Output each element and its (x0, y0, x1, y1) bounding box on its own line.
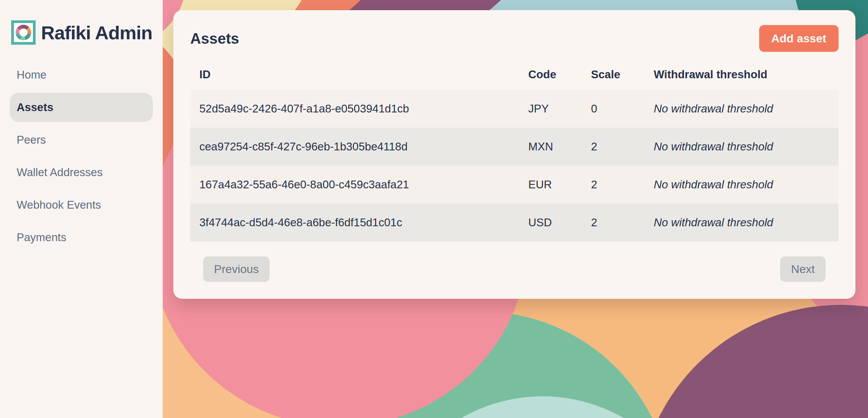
sidebar-nav-item-label: Assets (17, 101, 53, 114)
table-row[interactable]: 52d5a49c-2426-407f-a1a8-e0503941d1cb JPY… (190, 90, 839, 128)
sidebar-nav: Home Assets Peers Wallet Addresses Webho… (0, 60, 163, 252)
table-body: 52d5a49c-2426-407f-a1a8-e0503941d1cb JPY… (190, 90, 839, 242)
column-header-scale: Scale (582, 68, 645, 81)
sidebar-nav-item-label: Payments (17, 231, 66, 244)
asset-threshold-cell: No withdrawal threshold (645, 216, 839, 229)
asset-code-cell: USD (519, 216, 582, 229)
asset-scale-cell: 0 (582, 102, 645, 115)
brand-logo: Rafiki Admin (11, 20, 163, 45)
sidebar-nav-item-label: Peers (17, 133, 46, 146)
rafiki-donut-icon (16, 25, 31, 40)
asset-code-cell: MXN (519, 140, 582, 153)
sidebar-nav-item[interactable]: Peers (10, 125, 153, 154)
add-asset-button[interactable]: Add asset (759, 25, 839, 52)
asset-threshold-cell: No withdrawal threshold (645, 178, 839, 191)
sidebar-nav-item[interactable]: Assets (10, 93, 153, 122)
next-page-button[interactable]: Next (780, 256, 826, 282)
asset-scale-cell: 2 (582, 140, 645, 153)
sidebar-nav-item[interactable]: Home (10, 60, 153, 89)
asset-threshold-cell: No withdrawal threshold (645, 102, 839, 115)
sidebar-nav-item[interactable]: Webhook Events (10, 190, 153, 220)
page-title: Assets (190, 30, 239, 47)
asset-id-cell: 52d5a49c-2426-407f-a1a8-e0503941d1cb (190, 102, 519, 115)
assets-card: Assets Add asset ID Code Scale Withdrawa… (173, 10, 855, 299)
sidebar-nav-item[interactable]: Payments (10, 223, 153, 252)
sidebar-nav-item[interactable]: Wallet Addresses (10, 158, 153, 187)
pagination: Previous Next (203, 256, 826, 282)
asset-threshold-cell: No withdrawal threshold (645, 140, 839, 153)
asset-scale-cell: 2 (582, 216, 645, 229)
asset-code-cell: JPY (519, 102, 582, 115)
card-header: Assets Add asset (190, 25, 839, 52)
sidebar-nav-item-label: Wallet Addresses (17, 166, 103, 179)
column-header-id: ID (190, 68, 519, 81)
sidebar-nav-item-label: Webhook Events (17, 198, 101, 211)
table-header: ID Code Scale Withdrawal threshold (190, 59, 839, 90)
asset-scale-cell: 2 (582, 178, 645, 191)
asset-id-cell: 167a4a32-55a6-46e0-8a00-c459c3aafa21 (190, 178, 519, 191)
table-row[interactable]: cea97254-c85f-427c-96eb-1b305be4118d MXN… (190, 128, 839, 166)
column-header-withdrawal-threshold: Withdrawal threshold (645, 68, 839, 81)
asset-code-cell: EUR (519, 178, 582, 191)
asset-id-cell: cea97254-c85f-427c-96eb-1b305be4118d (190, 140, 519, 153)
rafiki-logo-icon (11, 20, 36, 45)
sidebar: Rafiki Admin Home Assets Peers Wallet Ad… (0, 0, 163, 418)
sidebar-nav-item-label: Home (17, 68, 46, 81)
column-header-code: Code (519, 68, 582, 81)
brand-title: Rafiki Admin (41, 22, 152, 44)
table-row[interactable]: 3f4744ac-d5d4-46e8-a6be-f6df15d1c01c USD… (190, 204, 839, 242)
previous-page-button[interactable]: Previous (203, 256, 270, 282)
table-row[interactable]: 167a4a32-55a6-46e0-8a00-c459c3aafa21 EUR… (190, 166, 839, 204)
asset-id-cell: 3f4744ac-d5d4-46e8-a6be-f6df15d1c01c (190, 216, 519, 229)
